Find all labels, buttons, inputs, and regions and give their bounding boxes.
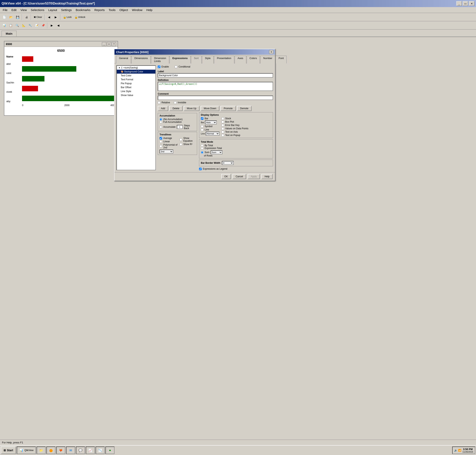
show-r2-checkbox[interactable] [180,143,182,146]
tree-line-style[interactable]: Line Style [117,89,155,93]
print-button[interactable]: 🖨 [24,14,30,20]
conditional-checkbox[interactable] [175,65,177,68]
tab-main[interactable]: Main [1,31,16,37]
comment-input[interactable] [158,96,273,100]
menu-object[interactable]: Object [118,8,130,12]
menu-reports[interactable]: Reports [92,8,107,12]
clear-button[interactable]: ✖ Clear [33,14,43,20]
apply-button[interactable]: Apply [248,174,260,179]
close-button[interactable]: ✕ [469,1,475,6]
cancel-button[interactable]: Cancel [232,174,246,179]
move-up-button[interactable]: Move Up [184,106,199,111]
sum-radio[interactable] [201,151,203,154]
dtab-number[interactable]: Number [260,56,275,63]
menu-window[interactable]: Window [130,8,144,12]
steps-back-input[interactable] [177,125,183,129]
trend-linear-checkbox[interactable] [159,140,162,143]
tb2-btn3[interactable]: 🔍 [14,22,20,29]
new-button[interactable]: 📄 [1,14,7,20]
menu-bookmarks[interactable]: Bookmarks [74,8,92,12]
bar-style-select[interactable]: Auto [205,121,217,124]
restore-button[interactable]: ▭ [463,1,468,6]
taskbar-outlook[interactable]: ✉ [66,447,75,454]
enable-checkbox[interactable] [158,65,160,68]
display-box-plot-checkbox[interactable] [222,121,224,123]
chart-maximize-btn[interactable]: ▭ [107,42,111,46]
tree-background-color[interactable]: 🎨 Background Color [117,70,155,73]
dtab-general[interactable]: General [116,56,131,63]
forward-button[interactable]: ▶ [53,14,59,20]
show-equation-checkbox[interactable] [180,138,182,141]
taskbar-chart[interactable]: 📈 [86,447,95,454]
menu-settings[interactable]: Settings [59,8,74,12]
menu-tools[interactable]: Tools [107,8,118,12]
open-button[interactable]: 📂 [8,14,14,20]
display-values-checkbox[interactable] [222,127,224,130]
display-text-axis-checkbox[interactable] [222,131,224,133]
line-style-select[interactable]: Normal [206,132,220,136]
taskbar-green[interactable]: ● [105,447,114,454]
display-text-popup-checkbox[interactable] [222,134,224,137]
full-accum-radio[interactable] [159,121,162,123]
display-error-bars-checkbox[interactable] [222,124,224,127]
tb2-btn7[interactable]: 📌 [40,22,46,29]
invisible-checkbox[interactable] [174,101,176,104]
back-button[interactable]: ◀ [46,14,52,20]
display-stock-checkbox[interactable] [222,117,224,120]
tree-text-format[interactable]: Text Format [117,78,155,81]
taskbar-trend[interactable]: 📉 [95,447,105,454]
menu-selections[interactable]: Selections [29,8,46,12]
tb2-btn2[interactable]: 📋 [8,22,14,29]
menu-layout[interactable]: Layout [47,8,59,12]
menu-help[interactable]: Help [144,8,154,12]
tb2-btn8[interactable]: ▶ [49,22,55,29]
taskbar-firefox[interactable]: 🦊 [56,447,65,454]
tb2-btn5[interactable]: 🔧 [27,22,33,29]
accumulate-radio[interactable] [159,126,162,128]
expression-total-radio[interactable] [201,147,203,150]
tree-text-color[interactable]: Text Color [117,73,155,78]
add-button[interactable]: Add [158,106,168,111]
demote-button[interactable]: Demote [237,106,252,111]
taskbar-qlikview[interactable]: 📊 QlikView [17,447,36,454]
dialog-close-btn[interactable]: ✕ [269,50,273,54]
lock-button[interactable]: 🔒 Lock [62,14,72,20]
promote-button[interactable]: Promote [221,106,236,111]
dtab-expressions[interactable]: Expressions [170,56,190,63]
chart-help-btn[interactable]: ? [112,42,116,46]
ok-button[interactable]: OK [221,174,231,179]
no-accum-radio[interactable] [159,118,162,121]
bar-border-select[interactable]: 0 1 2 [222,161,234,165]
tree-root[interactable]: ▼ Σ =sum(Saving) [117,66,155,70]
tb2-btn9[interactable]: ◀ [55,22,61,29]
display-line-checkbox[interactable] [201,129,203,131]
taskbar-explorer[interactable]: 📁 [37,447,46,454]
dtab-style[interactable]: Style [202,56,214,63]
relative-checkbox[interactable] [158,101,160,104]
dtab-colors[interactable]: Colors [247,56,260,63]
dtab-font[interactable]: Font [276,56,286,63]
tree-show-value[interactable]: Show Value [117,93,155,97]
label-input[interactable] [158,73,273,78]
save-button[interactable]: 💾 [15,14,20,20]
tb2-btn4[interactable]: 📐 [21,22,27,29]
dtab-sort[interactable]: Sort [191,56,202,63]
by-total-radio[interactable] [201,144,203,147]
unlock-button[interactable]: 🔓 Unlock [73,14,86,20]
dtab-axes[interactable]: Axes [235,56,246,63]
tree-bar-offset[interactable]: Bar Offset [117,85,155,89]
menu-view[interactable]: View [18,8,29,12]
polynomial-degree-select[interactable]: 2nd 3rd 4th [159,150,173,154]
trend-average-checkbox[interactable] [159,137,162,139]
menu-file[interactable]: File [1,8,9,12]
chart-minimize-btn[interactable]: _ [102,42,106,46]
dtab-presentation[interactable]: Presentation [214,56,234,63]
taskbar-skype[interactable]: 💬 [76,447,85,454]
sum-type-select[interactable]: Sum [211,150,222,154]
display-bar-checkbox[interactable] [201,117,203,120]
menu-edit[interactable]: Edit [9,8,18,12]
tb2-btn6[interactable]: 📝 [34,22,40,29]
move-down-button[interactable]: Move Down [201,106,219,111]
tb2-btn1[interactable]: 📊 [1,22,7,29]
tree-pie-popup[interactable]: Pie Popup [117,81,155,85]
